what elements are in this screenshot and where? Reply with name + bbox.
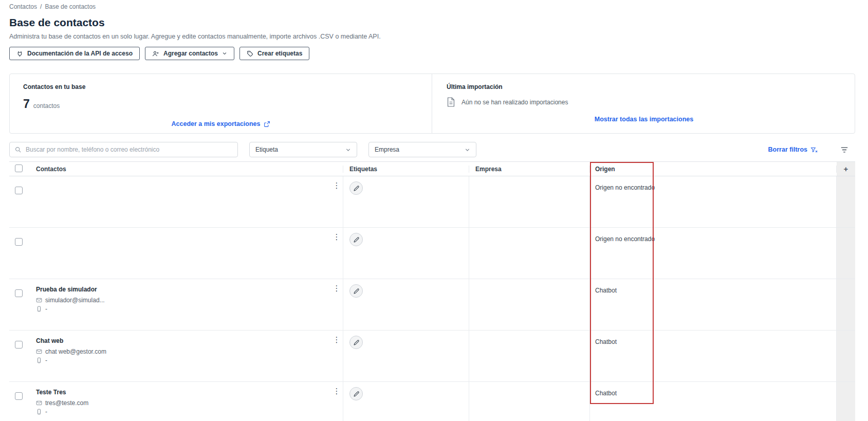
contacts-count: 7	[23, 97, 30, 111]
row-checkbox[interactable]	[15, 341, 23, 349]
last-import-card: Última importación Aún no se han realiza…	[432, 74, 855, 133]
row-checkbox[interactable]	[15, 238, 23, 246]
breadcrumb: Contactos / Base de contactos	[9, 3, 868, 10]
contacts-card-title: Contactos en tu base	[23, 83, 418, 90]
row-menu-button[interactable]: ⋮	[332, 387, 341, 396]
table-row: Prueba de simuladorsimulador@simulad...-…	[9, 279, 855, 331]
edit-tags-button[interactable]	[349, 336, 363, 349]
clear-filters-link[interactable]: Borrar filtros	[768, 146, 818, 153]
add-contacts-button[interactable]: Agregar contactos	[145, 47, 234, 60]
contact-email-row: chat web@gestor.com	[36, 348, 343, 355]
table-row: ⋮Origen no encontrado	[9, 228, 855, 279]
summary-cards: Contactos en tu base 7 contactos Acceder…	[9, 74, 855, 134]
import-card-title: Última importación	[447, 83, 841, 90]
origin-cell: Chatbot	[590, 382, 837, 421]
page-subtitle: Administra tu base de contactos en un so…	[9, 33, 868, 40]
person-add-icon	[152, 50, 159, 57]
origin-cell: Chatbot	[590, 279, 837, 330]
origin-value: Chatbot	[595, 287, 617, 294]
contact-email: chat web@gestor.com	[45, 348, 106, 355]
breadcrumb-separator: /	[40, 3, 42, 10]
contacts-count-row: 7 contactos	[23, 97, 418, 111]
contact-cell: Chat webchat web@gestor.com-⋮	[30, 331, 343, 381]
search-input[interactable]	[26, 146, 232, 153]
contact-phone-row: -	[36, 305, 343, 313]
column-header-origin: Origen	[590, 166, 837, 173]
origin-value: Chatbot	[595, 390, 617, 397]
row-select-cell	[9, 279, 30, 330]
contact-cell: Teste Trestres@teste.com-⋮	[30, 382, 343, 421]
email-icon	[36, 349, 42, 355]
email-icon	[36, 297, 42, 303]
breadcrumb-contactos[interactable]: Contactos	[9, 3, 37, 10]
row-select-cell	[9, 382, 30, 421]
origin-cell: Origen no encontrado	[590, 176, 837, 227]
tags-cell	[343, 279, 469, 330]
row-menu-button[interactable]: ⋮	[332, 181, 341, 190]
filter-settings-icon[interactable]	[840, 146, 848, 154]
search-box	[9, 142, 238, 157]
plus-icon: +	[844, 164, 848, 173]
toolbar: Documentación de la API de acceso Agrega…	[9, 47, 868, 60]
phone-icon	[36, 409, 42, 415]
company-filter-dropdown[interactable]: Empresa	[368, 142, 476, 157]
tag-icon	[247, 50, 253, 57]
page-title: Base de contactos	[9, 16, 868, 29]
select-all-checkbox[interactable]	[15, 164, 23, 172]
row-menu-button[interactable]: ⋮	[332, 284, 341, 293]
create-tags-button[interactable]: Crear etiquetas	[239, 47, 309, 60]
import-empty-message: Aún no se han realizado importaciones	[461, 99, 568, 106]
edit-tags-button[interactable]	[349, 387, 363, 400]
edit-tags-button[interactable]	[349, 233, 363, 246]
document-icon	[447, 97, 455, 107]
pencil-icon	[353, 391, 360, 397]
origin-value: Origen no encontrado	[595, 235, 655, 243]
edit-tags-button[interactable]	[349, 181, 363, 195]
exports-link[interactable]: Acceder a mis exportaciones	[172, 120, 270, 127]
tags-cell	[343, 331, 469, 381]
contact-cell: ⋮	[30, 176, 343, 227]
tag-filter-dropdown[interactable]: Etiqueta	[249, 142, 357, 157]
origin-cell: Chatbot	[590, 331, 837, 381]
row-menu-button[interactable]: ⋮	[332, 232, 341, 242]
tags-cell	[343, 176, 469, 227]
breadcrumb-current: Base de contactos	[45, 3, 96, 10]
contact-email: tres@teste.com	[45, 399, 88, 407]
phone-icon	[36, 306, 42, 312]
origin-value: Origen no encontrado	[595, 184, 655, 191]
contacts-table: Contactos Etiquetas Empresa Origen + ⋮Or…	[9, 161, 855, 421]
tags-cell	[343, 228, 469, 279]
add-column-strip	[837, 279, 855, 330]
contact-cell: Prueba de simuladorsimulador@simulad...-…	[30, 279, 343, 330]
email-icon	[36, 400, 42, 406]
contact-name: Chat web	[36, 337, 343, 344]
row-checkbox[interactable]	[15, 392, 23, 400]
row-select-cell	[9, 176, 30, 227]
company-cell	[469, 279, 590, 330]
export-icon	[264, 121, 270, 127]
contact-phone-row: -	[36, 408, 343, 415]
column-header-contacts: Contactos	[30, 166, 343, 173]
contact-email-row: tres@teste.com	[36, 399, 343, 407]
contact-email-row: simulador@simulad...	[36, 297, 343, 304]
contacts-count-card: Contactos en tu base 7 contactos Acceder…	[10, 74, 432, 133]
api-docs-button[interactable]: Documentación de la API de acceso	[9, 47, 140, 60]
add-column-strip	[837, 382, 855, 421]
add-column-button[interactable]: +	[837, 162, 855, 176]
company-cell	[469, 176, 590, 227]
edit-tags-button[interactable]	[349, 284, 363, 298]
contact-email: simulador@simulad...	[45, 297, 105, 304]
row-checkbox[interactable]	[15, 289, 23, 297]
show-all-imports-link[interactable]: Mostrar todas las importaciones	[595, 116, 693, 123]
column-header-company: Empresa	[469, 166, 590, 173]
chevron-down-icon	[222, 51, 227, 56]
pencil-icon	[353, 236, 360, 243]
pencil-icon	[353, 185, 360, 192]
contact-name: Teste Tres	[36, 389, 343, 396]
add-column-strip	[837, 228, 855, 279]
origin-cell: Origen no encontrado	[590, 228, 837, 279]
row-menu-button[interactable]: ⋮	[332, 335, 341, 344]
row-checkbox[interactable]	[15, 187, 23, 194]
contact-phone: -	[45, 408, 47, 415]
row-select-cell	[9, 228, 30, 279]
